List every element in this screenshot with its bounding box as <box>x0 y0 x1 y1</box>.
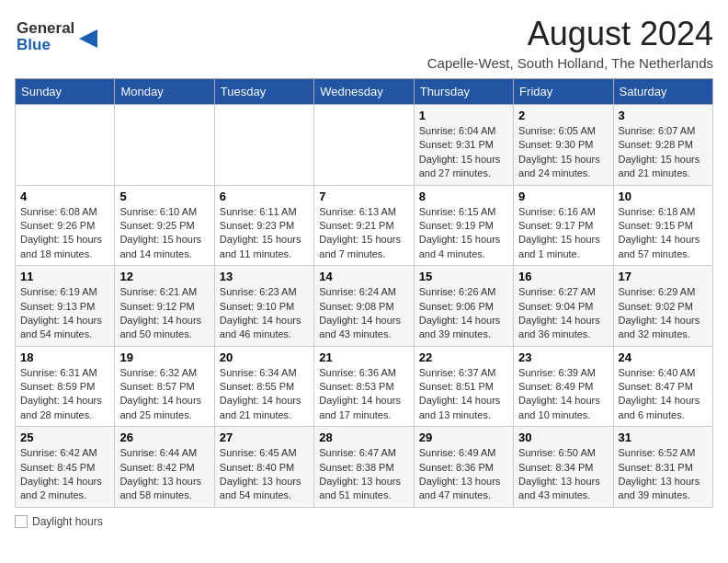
calendar-cell: 19Sunrise: 6:32 AM Sunset: 8:57 PM Dayli… <box>115 346 214 427</box>
day-number: 1 <box>419 109 508 122</box>
svg-text:General: General <box>17 19 74 37</box>
day-info: Sunrise: 6:16 AM Sunset: 9:17 PM Dayligh… <box>518 205 608 262</box>
day-number: 15 <box>419 270 508 283</box>
day-number: 13 <box>220 270 309 283</box>
day-number: 7 <box>319 190 408 203</box>
calendar-cell: 30Sunrise: 6:50 AM Sunset: 8:34 PM Dayli… <box>514 427 613 508</box>
day-number: 31 <box>619 431 708 444</box>
day-number: 26 <box>119 431 209 444</box>
calendar-cell <box>115 105 214 186</box>
col-header-tuesday: Tuesday <box>214 79 313 105</box>
day-info: Sunrise: 6:19 AM Sunset: 9:13 PM Dayligh… <box>20 285 109 342</box>
calendar-cell: 27Sunrise: 6:45 AM Sunset: 8:40 PM Dayli… <box>214 427 313 508</box>
day-info: Sunrise: 6:37 AM Sunset: 8:51 PM Dayligh… <box>419 366 508 423</box>
day-number: 10 <box>619 190 708 203</box>
day-info: Sunrise: 6:40 AM Sunset: 8:47 PM Dayligh… <box>619 366 708 423</box>
day-number: 24 <box>619 350 708 364</box>
day-info: Sunrise: 6:15 AM Sunset: 9:19 PM Dayligh… <box>419 205 508 262</box>
calendar-cell <box>214 105 313 186</box>
col-header-saturday: Saturday <box>613 79 712 105</box>
day-number: 23 <box>518 350 608 364</box>
day-info: Sunrise: 6:42 AM Sunset: 8:45 PM Dayligh… <box>20 446 109 503</box>
calendar-cell: 8Sunrise: 6:15 AM Sunset: 9:19 PM Daylig… <box>414 185 513 266</box>
day-info: Sunrise: 6:27 AM Sunset: 9:04 PM Dayligh… <box>518 285 608 342</box>
calendar-cell: 10Sunrise: 6:18 AM Sunset: 9:15 PM Dayli… <box>613 185 712 266</box>
legend-box <box>15 515 28 528</box>
svg-marker-2 <box>79 29 97 48</box>
col-header-sunday: Sunday <box>16 79 115 105</box>
calendar-cell: 26Sunrise: 6:44 AM Sunset: 8:42 PM Dayli… <box>115 427 214 508</box>
calendar-cell: 18Sunrise: 6:31 AM Sunset: 8:59 PM Dayli… <box>16 346 115 427</box>
legend: Daylight hours <box>15 515 713 528</box>
day-info: Sunrise: 6:47 AM Sunset: 8:38 PM Dayligh… <box>319 446 408 503</box>
day-info: Sunrise: 6:04 AM Sunset: 9:31 PM Dayligh… <box>419 124 508 181</box>
calendar-cell: 28Sunrise: 6:47 AM Sunset: 8:38 PM Dayli… <box>314 427 414 508</box>
day-number: 8 <box>419 190 508 203</box>
calendar-cell: 14Sunrise: 6:24 AM Sunset: 9:08 PM Dayli… <box>314 266 414 347</box>
logo-text-block: General Blue <box>15 15 116 59</box>
day-info: Sunrise: 6:13 AM Sunset: 9:21 PM Dayligh… <box>319 205 408 262</box>
col-header-monday: Monday <box>115 79 214 105</box>
day-number: 6 <box>220 190 309 203</box>
day-info: Sunrise: 6:34 AM Sunset: 8:55 PM Dayligh… <box>220 366 309 423</box>
calendar-cell: 13Sunrise: 6:23 AM Sunset: 9:10 PM Dayli… <box>214 266 313 347</box>
calendar-cell: 25Sunrise: 6:42 AM Sunset: 8:45 PM Dayli… <box>16 427 115 508</box>
day-number: 12 <box>119 270 209 283</box>
day-info: Sunrise: 6:49 AM Sunset: 8:36 PM Dayligh… <box>419 446 508 503</box>
calendar-cell: 7Sunrise: 6:13 AM Sunset: 9:21 PM Daylig… <box>314 185 414 266</box>
day-number: 21 <box>319 350 408 364</box>
day-number: 17 <box>619 270 708 283</box>
day-info: Sunrise: 6:52 AM Sunset: 8:31 PM Dayligh… <box>619 446 708 503</box>
day-number: 14 <box>319 270 408 283</box>
day-number: 5 <box>119 190 209 203</box>
calendar-cell: 2Sunrise: 6:05 AM Sunset: 9:30 PM Daylig… <box>514 105 613 186</box>
calendar-cell: 4Sunrise: 6:08 AM Sunset: 9:26 PM Daylig… <box>16 185 115 266</box>
day-info: Sunrise: 6:36 AM Sunset: 8:53 PM Dayligh… <box>319 366 408 423</box>
day-number: 3 <box>619 109 708 122</box>
calendar-cell: 29Sunrise: 6:49 AM Sunset: 8:36 PM Dayli… <box>414 427 513 508</box>
day-info: Sunrise: 6:08 AM Sunset: 9:26 PM Dayligh… <box>20 205 109 262</box>
daylight-label: Daylight hours <box>32 515 103 528</box>
day-info: Sunrise: 6:24 AM Sunset: 9:08 PM Dayligh… <box>319 285 408 342</box>
calendar-cell: 9Sunrise: 6:16 AM Sunset: 9:17 PM Daylig… <box>514 185 613 266</box>
title-block: August 2024 Capelle-West, South Holland,… <box>427 15 713 71</box>
calendar-cell <box>16 105 115 186</box>
day-number: 11 <box>20 270 109 283</box>
location: Capelle-West, South Holland, The Netherl… <box>427 55 713 71</box>
day-info: Sunrise: 6:07 AM Sunset: 9:28 PM Dayligh… <box>619 124 708 181</box>
calendar-cell: 20Sunrise: 6:34 AM Sunset: 8:55 PM Dayli… <box>214 346 313 427</box>
col-header-thursday: Thursday <box>414 79 513 105</box>
day-number: 27 <box>220 431 309 444</box>
calendar-cell: 6Sunrise: 6:11 AM Sunset: 9:23 PM Daylig… <box>214 185 313 266</box>
calendar-cell <box>314 105 414 186</box>
day-info: Sunrise: 6:11 AM Sunset: 9:23 PM Dayligh… <box>220 205 309 262</box>
svg-text:Blue: Blue <box>17 36 51 53</box>
calendar-cell: 31Sunrise: 6:52 AM Sunset: 8:31 PM Dayli… <box>613 427 712 508</box>
day-number: 19 <box>119 350 209 364</box>
calendar-cell: 3Sunrise: 6:07 AM Sunset: 9:28 PM Daylig… <box>613 105 712 186</box>
day-number: 18 <box>20 350 109 364</box>
day-number: 2 <box>518 109 608 122</box>
col-header-friday: Friday <box>514 79 613 105</box>
calendar-cell: 17Sunrise: 6:29 AM Sunset: 9:02 PM Dayli… <box>613 266 712 347</box>
day-info: Sunrise: 6:45 AM Sunset: 8:40 PM Dayligh… <box>220 446 309 503</box>
calendar-cell: 1Sunrise: 6:04 AM Sunset: 9:31 PM Daylig… <box>414 105 513 186</box>
day-number: 29 <box>419 431 508 444</box>
calendar-cell: 21Sunrise: 6:36 AM Sunset: 8:53 PM Dayli… <box>314 346 414 427</box>
day-info: Sunrise: 6:23 AM Sunset: 9:10 PM Dayligh… <box>220 285 309 342</box>
page-header: General Blue August 2024 Capelle-West, S… <box>15 15 713 71</box>
day-info: Sunrise: 6:21 AM Sunset: 9:12 PM Dayligh… <box>119 285 209 342</box>
day-info: Sunrise: 6:18 AM Sunset: 9:15 PM Dayligh… <box>619 205 708 262</box>
day-number: 20 <box>220 350 309 364</box>
day-number: 9 <box>518 190 608 203</box>
day-info: Sunrise: 6:50 AM Sunset: 8:34 PM Dayligh… <box>518 446 608 503</box>
month-title: August 2024 <box>427 15 713 53</box>
calendar-cell: 5Sunrise: 6:10 AM Sunset: 9:25 PM Daylig… <box>115 185 214 266</box>
calendar-cell: 24Sunrise: 6:40 AM Sunset: 8:47 PM Dayli… <box>613 346 712 427</box>
day-number: 16 <box>518 270 608 283</box>
day-info: Sunrise: 6:32 AM Sunset: 8:57 PM Dayligh… <box>119 366 209 423</box>
daylight-legend: Daylight hours <box>15 515 103 528</box>
col-header-wednesday: Wednesday <box>314 79 414 105</box>
day-info: Sunrise: 6:39 AM Sunset: 8:49 PM Dayligh… <box>518 366 608 423</box>
calendar-cell: 15Sunrise: 6:26 AM Sunset: 9:06 PM Dayli… <box>414 266 513 347</box>
